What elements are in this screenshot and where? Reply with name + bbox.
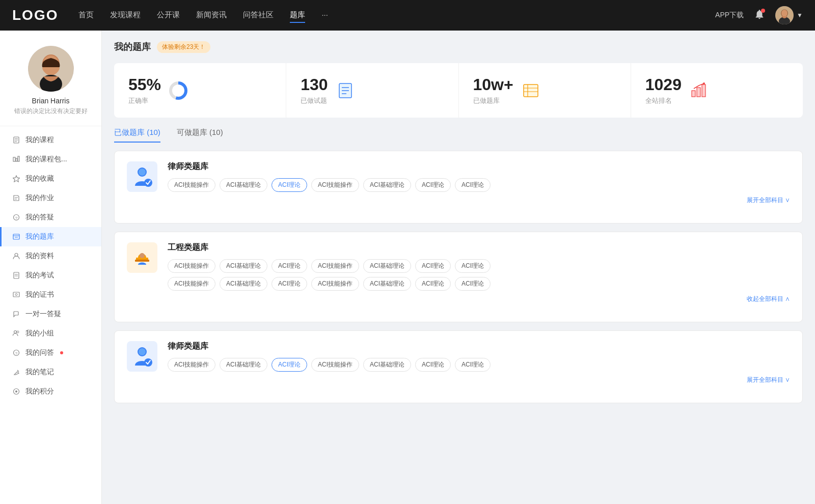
bank-card-lawyer-1-content: 律师类题库 ACI技能操作 ACI基础理论 ACI理论 ACI技能操作 ACI基… [168, 161, 790, 205]
bank-card-lawyer-2-tags: ACI技能操作 ACI基础理论 ACI理论 ACI技能操作 ACI基础理论 AC… [168, 358, 790, 372]
sidebar-item-myhomework[interactable]: 我的作业 [0, 188, 101, 208]
tag-lawyer2-3[interactable]: ACI技能操作 [311, 358, 359, 372]
svg-rect-13 [16, 158, 17, 161]
svg-point-35 [15, 390, 17, 393]
stats-row: 55% 正确率 130 已做试题 [114, 63, 803, 118]
svg-point-58 [140, 253, 145, 258]
svg-rect-27 [13, 292, 19, 297]
tag-eng2-2[interactable]: ACI理论 [271, 277, 307, 291]
sidebar-item-mycoursepack[interactable]: 我的课程包... [0, 150, 101, 169]
nav-opencourse[interactable]: 公开课 [157, 8, 180, 23]
tag-eng-4[interactable]: ACI基础理论 [363, 259, 411, 273]
nav-qa[interactable]: 问答社区 [243, 8, 274, 23]
tag-eng-0[interactable]: ACI技能操作 [168, 259, 215, 273]
app-download-button[interactable]: APP下载 [715, 11, 744, 20]
page-title: 我的题库 [114, 41, 151, 53]
sidebar-item-myqa[interactable]: ? 我的答疑 [0, 208, 101, 227]
nav-home[interactable]: 首页 [78, 8, 94, 23]
bank-card-lawyer-1: 律师类题库 ACI技能操作 ACI基础理论 ACI理论 ACI技能操作 ACI基… [114, 151, 803, 223]
nav-questionbank[interactable]: 题库 [290, 8, 305, 23]
tag-eng2-0[interactable]: ACI技能操作 [168, 277, 215, 291]
notification-button[interactable] [754, 9, 765, 22]
tag-eng2-3[interactable]: ACI技能操作 [311, 277, 359, 291]
sidebar-item-onetoone[interactable]: 一对一答疑 [0, 304, 101, 324]
nav-news[interactable]: 新闻资讯 [196, 8, 227, 23]
tag-lawyer1-5[interactable]: ACI理论 [415, 178, 451, 192]
sidebar-item-myprofile[interactable]: 我的资料 [0, 246, 101, 266]
myqa-icon: ? [12, 213, 20, 221]
tag-eng2-6[interactable]: ACI理论 [455, 277, 491, 291]
bank-card-lawyer-1-tags: ACI技能操作 ACI基础理论 ACI理论 ACI技能操作 ACI基础理论 AC… [168, 178, 790, 192]
tag-eng-3[interactable]: ACI技能操作 [311, 259, 359, 273]
sidebar-item-mycourse[interactable]: 我的课程 [0, 130, 101, 150]
sidebar-item-myquestionbank[interactable]: 我的题库 [0, 227, 101, 246]
accuracy-pie-chart [169, 81, 187, 100]
tag-lawyer1-6[interactable]: ACI理论 [455, 178, 491, 192]
stat-done-banks: 10w+ 已做题库 [459, 63, 631, 118]
stat-accuracy-content: 55% 正确率 [128, 75, 161, 105]
tag-eng2-5[interactable]: ACI理论 [415, 277, 451, 291]
tag-eng-1[interactable]: ACI基础理论 [220, 259, 267, 273]
svg-rect-14 [18, 156, 19, 161]
tag-lawyer1-3[interactable]: ACI技能操作 [311, 178, 359, 192]
avatar-chevron-icon: ▼ [797, 12, 803, 19]
tag-lawyer1-2[interactable]: ACI理论 [271, 178, 307, 192]
tab-available[interactable]: 可做题库 (10) [177, 128, 223, 143]
sidebar-item-mycertificate[interactable]: 我的证书 [0, 285, 101, 304]
tag-lawyer1-4[interactable]: ACI基础理论 [363, 178, 411, 192]
bank-card-lawyer-1-title: 律师类题库 [168, 161, 790, 172]
mygroup-icon [12, 329, 20, 338]
header: LOGO 首页 发现课程 公开课 新闻资讯 问答社区 题库 ··· APP下载 [0, 0, 815, 31]
mypoints-icon [12, 387, 20, 396]
tag-eng2-1[interactable]: ACI基础理论 [220, 277, 267, 291]
tag-eng-5[interactable]: ACI理论 [415, 259, 451, 273]
tag-lawyer2-1[interactable]: ACI基础理论 [220, 358, 267, 372]
tag-lawyer1-0[interactable]: ACI技能操作 [168, 178, 215, 192]
nav-discover[interactable]: 发现课程 [110, 8, 141, 23]
tag-eng2-4[interactable]: ACI基础理论 [363, 277, 411, 291]
nav-more[interactable]: ··· [321, 8, 328, 23]
sidebar-item-myexam[interactable]: 我的考试 [0, 266, 101, 285]
sidebar-menu: 我的课程 我的课程包... 我的收藏 我的作业 [0, 126, 101, 405]
sidebar-item-myquestions[interactable]: ? 我的问答 [0, 343, 101, 362]
svg-line-33 [17, 370, 19, 372]
trial-badge: 体验剩余23天！ [157, 41, 210, 53]
sidebar-item-mypoints[interactable]: 我的积分 [0, 382, 101, 401]
page-header: 我的题库 体验剩余23天！ [114, 41, 803, 53]
layout: Brian Harris 错误的决定比没有决定要好 我的课程 我的课程包... [0, 31, 815, 504]
sidebar-item-mygroup[interactable]: 我的小组 [0, 324, 101, 343]
stat-ranking: 1029 全站排名 [631, 63, 803, 118]
expand-lawyer1-link[interactable]: 展开全部科目 ∨ [168, 196, 790, 205]
sidebar-item-mynotes[interactable]: 我的笔记 [0, 362, 101, 382]
svg-rect-12 [13, 157, 15, 161]
tag-eng-2[interactable]: ACI理论 [271, 259, 307, 273]
engineer-icon [127, 242, 157, 273]
header-right: APP下载 ▼ [715, 6, 803, 24]
sidebar-item-myfavorites[interactable]: 我的收藏 [0, 169, 101, 188]
bank-card-engineer-content: 工程类题库 ACI技能操作 ACI基础理论 ACI理论 ACI技能操作 ACI基… [168, 242, 790, 303]
tag-eng-6[interactable]: ACI理论 [455, 259, 491, 273]
bank-card-engineer-header: 工程类题库 ACI技能操作 ACI基础理论 ACI理论 ACI技能操作 ACI基… [127, 242, 790, 303]
svg-rect-24 [14, 272, 19, 278]
onetoone-icon [12, 310, 20, 318]
user-avatar-button[interactable]: ▼ [775, 6, 803, 24]
tag-lawyer2-4[interactable]: ACI基础理论 [363, 358, 411, 372]
collapse-engineer-link[interactable]: 收起全部科目 ∧ [168, 295, 790, 303]
myexam-icon [12, 271, 20, 279]
bank-card-lawyer-2-header: 律师类题库 ACI技能操作 ACI基础理论 ACI理论 ACI技能操作 ACI基… [127, 341, 790, 384]
stat-done-questions-number: 130 [301, 75, 328, 94]
svg-point-52 [703, 82, 705, 85]
stat-ranking-number: 1029 [645, 75, 682, 94]
tag-lawyer2-5[interactable]: ACI理论 [415, 358, 451, 372]
tag-lawyer2-6[interactable]: ACI理论 [455, 358, 491, 372]
sidebar-label-mycertificate: 我的证书 [25, 290, 54, 299]
tag-lawyer1-1[interactable]: ACI基础理论 [220, 178, 267, 192]
tag-lawyer2-2[interactable]: ACI理论 [271, 358, 307, 372]
main-content: 我的题库 体验剩余23天！ 55% 正确率 130 已做试题 [102, 31, 815, 504]
tag-lawyer2-0[interactable]: ACI技能操作 [168, 358, 215, 372]
tab-done[interactable]: 已做题库 (10) [114, 128, 160, 143]
avatar-image [775, 6, 794, 24]
expand-lawyer2-link[interactable]: 展开全部科目 ∨ [168, 376, 790, 384]
sidebar-label-myhomework: 我的作业 [25, 193, 54, 203]
stat-accuracy-number: 55% [128, 75, 161, 94]
